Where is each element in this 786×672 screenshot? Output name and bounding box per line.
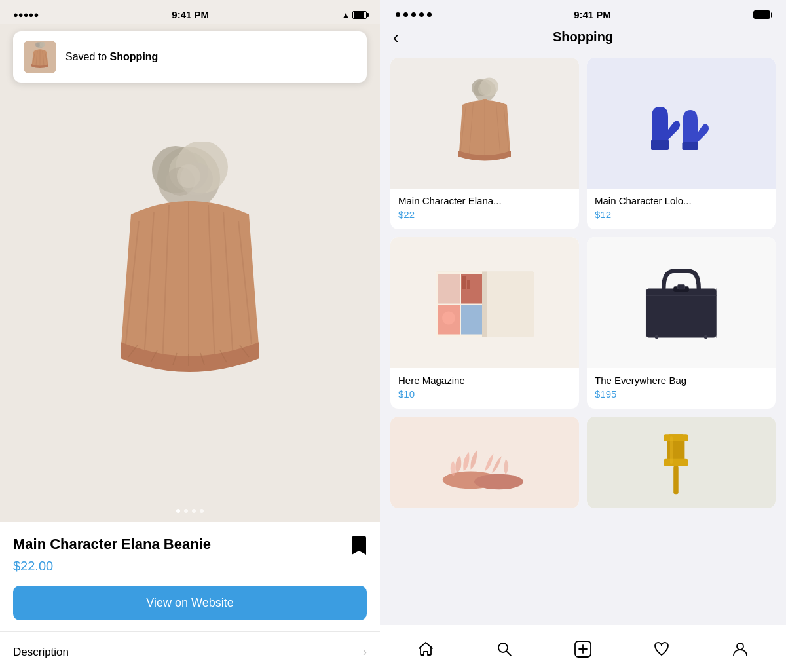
svg-point-51 bbox=[442, 312, 455, 325]
profile-icon bbox=[732, 641, 749, 658]
beanie-container bbox=[85, 136, 295, 411]
svg-rect-48 bbox=[461, 305, 483, 335]
dot-4 bbox=[200, 509, 204, 513]
signal-dot-5 bbox=[427, 12, 432, 17]
grid-item-image-3 bbox=[587, 237, 776, 368]
grid-item-info-2: Here Magazine $10 bbox=[390, 368, 579, 409]
left-status-left: ●●●●● bbox=[13, 10, 39, 20]
dot-1 bbox=[176, 509, 180, 513]
signal-dot-4 bbox=[419, 12, 424, 17]
grid-item-name-0: Main Character Elana... bbox=[398, 195, 571, 206]
dot-2 bbox=[184, 509, 188, 513]
battery-icon bbox=[352, 11, 367, 19]
svg-rect-64 bbox=[664, 434, 688, 441]
mittens-svg bbox=[632, 77, 730, 169]
signal-dot-2 bbox=[403, 12, 408, 17]
grid-item-0[interactable]: Main Character Elana... $22 bbox=[390, 58, 579, 229]
description-row[interactable]: Description › bbox=[0, 631, 380, 672]
svg-point-73 bbox=[737, 643, 743, 650]
bookmark-icon[interactable] bbox=[351, 536, 367, 555]
grid-item-price-2: $10 bbox=[398, 388, 571, 400]
grid-item-image-2 bbox=[390, 237, 579, 368]
grid-item-price-3: $195 bbox=[595, 388, 768, 400]
left-panel: ●●●●● 9:41 PM ▲ bbox=[0, 0, 380, 672]
grid-item-name-3: The Everywhere Bag bbox=[595, 375, 768, 386]
right-status-bar: 9:41 PM bbox=[380, 0, 786, 24]
shopping-grid: Main Character Elana... $22 Main Charact… bbox=[380, 52, 786, 625]
right-nav-header: ‹ Shopping bbox=[380, 24, 786, 52]
left-status-bar: ●●●●● 9:41 PM ▲ bbox=[0, 0, 380, 24]
nav-title: Shopping bbox=[553, 29, 613, 45]
grid-item-image-4 bbox=[390, 417, 579, 508]
svg-rect-45 bbox=[438, 274, 460, 304]
svg-rect-44 bbox=[485, 272, 534, 337]
shoes-svg bbox=[436, 420, 534, 505]
nav-search[interactable] bbox=[485, 635, 523, 663]
bottom-nav bbox=[380, 625, 786, 672]
svg-rect-66 bbox=[673, 466, 679, 494]
svg-rect-53 bbox=[646, 289, 716, 338]
right-battery bbox=[753, 10, 770, 19]
product-title-row: Main Character Elana Beanie bbox=[13, 535, 367, 555]
svg-point-60 bbox=[704, 335, 707, 339]
signal-dot-1 bbox=[396, 12, 400, 17]
product-title: Main Character Elana Beanie bbox=[13, 535, 211, 554]
grid-item-3[interactable]: The Everywhere Bag $195 bbox=[587, 237, 776, 409]
chevron-right-icon: › bbox=[363, 645, 367, 659]
signal-dots bbox=[396, 12, 432, 17]
grid-item-image-1 bbox=[587, 58, 776, 189]
svg-rect-40 bbox=[651, 140, 669, 150]
grid-item-5[interactable] bbox=[587, 417, 776, 508]
dot-3 bbox=[192, 509, 196, 513]
product-image-area bbox=[0, 24, 380, 522]
add-icon bbox=[574, 641, 591, 658]
svg-point-14 bbox=[177, 164, 200, 188]
wifi-icon: ▲ bbox=[342, 10, 350, 20]
svg-rect-41 bbox=[683, 142, 699, 150]
grid-item-name-1: Main Character Lolo... bbox=[595, 195, 768, 206]
grid-item-info-0: Main Character Elana... $22 bbox=[390, 189, 579, 229]
description-label: Description bbox=[13, 646, 69, 659]
view-website-button[interactable]: View on Website bbox=[13, 586, 367, 620]
bag-svg bbox=[632, 257, 730, 348]
svg-point-62 bbox=[474, 474, 523, 490]
grid-item-image-0 bbox=[390, 58, 579, 189]
search-icon bbox=[496, 641, 513, 658]
nav-heart[interactable] bbox=[643, 635, 681, 663]
toast-beanie-svg bbox=[27, 42, 53, 72]
battery-full-icon bbox=[753, 10, 770, 19]
svg-rect-55 bbox=[678, 284, 685, 289]
svg-rect-52 bbox=[482, 272, 487, 337]
product-beanie-svg bbox=[92, 142, 288, 404]
back-button[interactable]: ‹ bbox=[393, 29, 399, 46]
svg-rect-65 bbox=[664, 459, 688, 466]
grid-item-image-5 bbox=[587, 417, 776, 508]
toast-text: Saved to Shopping bbox=[66, 51, 158, 63]
signal-dot-3 bbox=[411, 12, 416, 17]
tool-svg bbox=[632, 420, 730, 505]
dots-indicator bbox=[176, 509, 204, 513]
svg-line-69 bbox=[507, 651, 512, 656]
grid-item-name-2: Here Magazine bbox=[398, 375, 571, 386]
right-panel: 9:41 PM ‹ Shopping bbox=[380, 0, 786, 672]
grid-item-4[interactable] bbox=[390, 417, 579, 508]
nav-profile[interactable] bbox=[721, 635, 759, 663]
right-status-time: 9:41 PM bbox=[574, 9, 611, 20]
grid-item-1[interactable]: Main Character Lolo... $12 bbox=[587, 58, 776, 229]
grid-item-info-1: Main Character Lolo... $12 bbox=[587, 189, 776, 229]
svg-rect-49 bbox=[462, 276, 466, 289]
magazine-svg bbox=[432, 260, 537, 345]
product-price: $22.00 bbox=[13, 559, 367, 574]
left-time: 9:41 PM bbox=[172, 9, 209, 20]
grid-item-price-1: $12 bbox=[595, 209, 768, 220]
grid-item-2[interactable]: Here Magazine $10 bbox=[390, 237, 579, 409]
svg-point-59 bbox=[655, 335, 658, 339]
saved-toast: Saved to Shopping bbox=[13, 31, 367, 83]
grid-item-info-3: The Everywhere Bag $195 bbox=[587, 368, 776, 409]
svg-rect-50 bbox=[467, 280, 470, 289]
grid-item-price-0: $22 bbox=[398, 209, 571, 220]
home-icon bbox=[417, 641, 434, 658]
nav-add[interactable] bbox=[564, 635, 602, 663]
nav-home[interactable] bbox=[407, 635, 445, 663]
svg-point-1 bbox=[35, 43, 40, 47]
